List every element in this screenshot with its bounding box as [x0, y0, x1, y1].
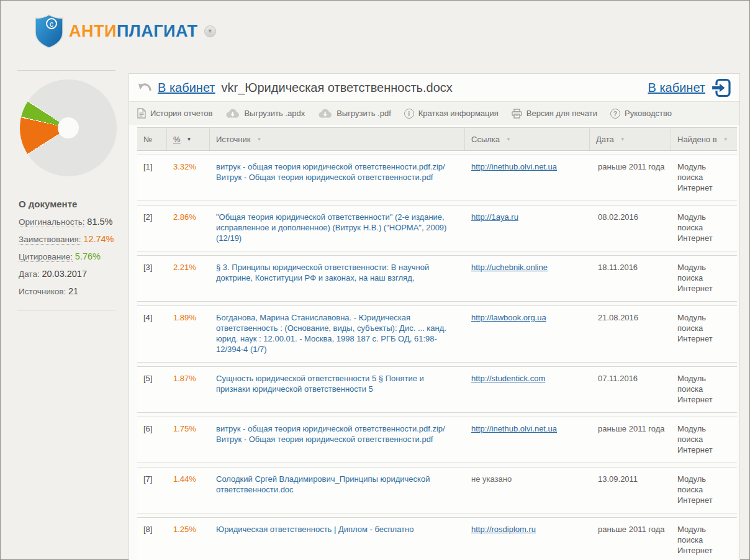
row-found-in: Модуль поиска Интернет: [671, 467, 737, 513]
brief-info-button[interactable]: i Краткая информация: [404, 109, 499, 119]
pie-chart-hole: [58, 117, 79, 138]
table-row: [6]1.75%витрук - общая теория юридическо…: [137, 417, 737, 463]
row-date: 13.09.2011: [590, 467, 671, 513]
sources-table-header: № % ▼ Источник ▼ Ссылка ▼ Дата ▼ Найдено…: [137, 127, 737, 151]
source-url-link[interactable]: http://rosdiplom.ru: [471, 525, 536, 534]
row-found-in: Модуль поиска Интернет: [671, 256, 737, 301]
row-source-text: Юридическая ответственность | Диплом - б…: [210, 518, 465, 560]
source-url-link[interactable]: http://inethub.olvi.net.ua: [471, 162, 557, 171]
row-number: [5]: [137, 367, 167, 412]
column-header-number: №: [137, 128, 167, 150]
row-link: http://inethub.olvi.net.ua: [465, 417, 590, 463]
row-source-text: § 3. Принципы юридической ответственност…: [210, 256, 465, 301]
document-title: vkr_Юридическая ответственность.docx: [222, 81, 453, 95]
cabinet-link-right[interactable]: В кабинет: [648, 81, 706, 95]
row-date: 08.02.2016: [590, 205, 671, 251]
table-row: [3]2.21%§ 3. Принципы юридической ответс…: [137, 255, 737, 302]
exit-to-cabinet-icon[interactable]: [710, 78, 731, 98]
row-number: [8]: [137, 518, 167, 560]
row-link: http://uchebnik.online: [465, 256, 590, 301]
cloud-download-icon: [225, 109, 240, 118]
row-percent: 1.75%: [167, 417, 210, 463]
row-found-in: Модуль поиска Интернет: [671, 518, 737, 560]
row-date: 18.11.2016: [590, 256, 671, 301]
export-pdf-button[interactable]: Выгрузить .pdf: [318, 109, 391, 118]
row-found-in: Модуль поиска Интернет: [671, 417, 737, 463]
row-number: [6]: [137, 417, 167, 463]
document-sidebar: О документе Оригинальность: 81.5% Заимст…: [17, 70, 117, 310]
row-link: http://inethub.olvi.net.ua: [465, 155, 590, 201]
back-arrow-icon[interactable]: [137, 81, 152, 94]
row-date: 21.08.2016: [590, 306, 671, 362]
stat-originality: Оригинальность: 81.5%: [19, 217, 117, 227]
table-row: [7]1.44%Солодкий Сргей Владимирович_Прин…: [137, 467, 737, 513]
column-header-source[interactable]: Источник ▼: [210, 128, 465, 150]
stat-sources-count: Источников: 21: [19, 286, 117, 296]
report-title-bar: В кабинет vkr_Юридическая ответственност…: [129, 74, 739, 102]
table-row: [2]2.86%"Общая теория юридической ответс…: [137, 205, 737, 251]
source-url-link[interactable]: http://uchebnik.online: [471, 263, 548, 272]
row-percent: 1.25%: [167, 518, 210, 560]
report-toolbar: История отчетов Выгрузить .apdx: [129, 102, 739, 125]
sort-icon: ▼: [723, 137, 728, 142]
row-source-text: "Общая теория юридической ответственност…: [210, 205, 465, 251]
report-panel: В кабинет vkr_Юридическая ответственност…: [129, 73, 740, 560]
stat-borrowed: Заимствования: 12.74%: [19, 234, 117, 244]
svg-text:c: c: [50, 20, 53, 29]
row-found-in: Модуль поиска Интернет: [671, 367, 737, 412]
table-row: [8]1.25%Юридическая ответственность | Ди…: [137, 517, 737, 560]
column-header-found-in[interactable]: Найдено в ▼: [671, 128, 737, 150]
row-percent: 3.32%: [167, 155, 210, 201]
row-source-text: Сущность юридической ответственности 5 §…: [210, 367, 465, 412]
row-source-text: Солодкий Сргей Владимирович_Принципы юри…: [210, 467, 465, 513]
print-version-button[interactable]: Версия для печати: [512, 109, 597, 119]
row-link: не указано: [465, 467, 590, 513]
source-url-link[interactable]: http://inethub.olvi.net.ua: [471, 424, 557, 433]
guide-button[interactable]: ? Руководство: [610, 109, 672, 119]
row-number: [1]: [137, 155, 167, 201]
row-source-text: Богданова, Марина Станиславовна. - Юриди…: [210, 306, 465, 362]
row-found-in: Модуль поиска Интернет: [671, 205, 737, 251]
logo-dropdown-button[interactable]: ▼: [204, 25, 216, 37]
column-header-percent[interactable]: % ▼: [167, 128, 210, 150]
source-url-link[interactable]: http://studentick.com: [471, 374, 545, 383]
row-source-text: витрук - общая теория юридической ответс…: [210, 155, 465, 201]
row-percent: 1.87%: [167, 367, 210, 412]
report-history-icon: [137, 108, 146, 119]
export-apdx-button[interactable]: Выгрузить .apdx: [225, 109, 305, 118]
row-number: [4]: [137, 306, 167, 362]
column-header-date[interactable]: Дата ▼: [590, 128, 671, 150]
row-percent: 2.86%: [167, 205, 210, 251]
row-date: раньше 2011 года: [590, 518, 671, 560]
row-link: http://1aya.ru: [465, 205, 590, 251]
history-of-reports-button[interactable]: История отчетов: [137, 108, 212, 119]
row-link: http://studentick.com: [465, 367, 590, 412]
row-percent: 1.89%: [167, 306, 210, 362]
source-url-link[interactable]: http://lawbook.org.ua: [471, 313, 546, 322]
row-number: [2]: [137, 205, 167, 251]
stat-date: Дата: 20.03.2017: [19, 269, 117, 279]
printer-icon: [512, 109, 522, 119]
source-url-link[interactable]: http://1aya.ru: [471, 212, 518, 222]
brand-name: АНТИПЛАГИАТ: [69, 22, 198, 41]
stat-citation: Цитирование: 5.76%: [19, 251, 117, 261]
sort-icon: ▼: [506, 137, 511, 142]
cloud-download-icon: [318, 109, 332, 118]
sort-desc-icon: ▼: [187, 137, 192, 142]
table-row: [4]1.89%Богданова, Марина Станиславовна.…: [137, 305, 737, 363]
table-row: [1]3.32%витрук - общая теория юридическо…: [137, 155, 737, 201]
row-date: раньше 2011 года: [590, 155, 671, 201]
row-found-in: Модуль поиска Интернет: [671, 306, 737, 362]
row-number: [3]: [137, 256, 167, 301]
sidebar-divider-bottom: [17, 310, 115, 310]
row-found-in: Модуль поиска Интернет: [671, 155, 737, 201]
sources-table-body: [1]3.32%витрук - общая теория юридическо…: [137, 155, 737, 560]
row-percent: 1.44%: [167, 467, 210, 513]
row-link: http://lawbook.org.ua: [465, 306, 590, 362]
row-source-text: витрук - общая теория юридической ответс…: [210, 417, 465, 463]
sidebar-divider-top: [17, 70, 115, 71]
cabinet-link-left[interactable]: В кабинет: [158, 81, 215, 95]
info-icon: i: [404, 109, 414, 119]
column-header-link[interactable]: Ссылка ▼: [465, 128, 590, 150]
table-row: [5]1.87%Сущность юридической ответственн…: [137, 366, 737, 413]
